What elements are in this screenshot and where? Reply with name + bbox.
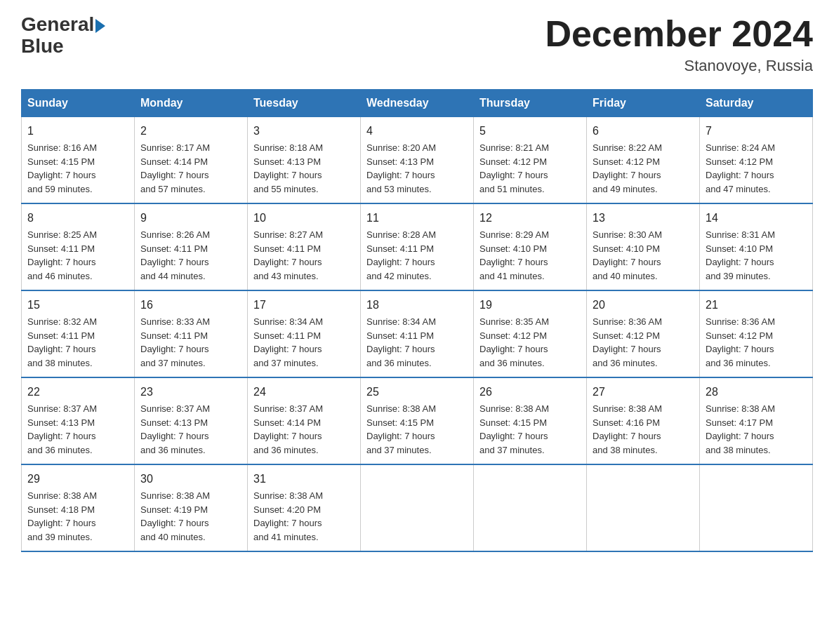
day-info-line: Sunset: 4:12 PM xyxy=(479,329,581,343)
day-info-line: Sunrise: 8:31 AM xyxy=(706,228,807,242)
day-number: 14 xyxy=(706,210,807,227)
day-number: 21 xyxy=(706,297,807,314)
day-info-line: and 41 minutes. xyxy=(253,530,355,544)
day-info-line: Sunset: 4:15 PM xyxy=(479,416,581,430)
day-info-line: Sunset: 4:11 PM xyxy=(253,329,355,343)
day-number: 29 xyxy=(27,471,128,488)
day-number: 19 xyxy=(479,297,581,314)
day-number: 1 xyxy=(27,123,128,140)
day-info-line: and 41 minutes. xyxy=(479,269,581,283)
day-info-line: and 36 minutes. xyxy=(479,356,581,370)
day-info-line: Sunset: 4:10 PM xyxy=(706,242,807,256)
day-info-line: Daylight: 7 hours xyxy=(479,255,581,269)
day-info-line: Sunrise: 8:24 AM xyxy=(706,141,807,155)
day-info-line: and 51 minutes. xyxy=(479,182,581,196)
day-info-line: Sunrise: 8:17 AM xyxy=(140,141,241,155)
table-row: 15Sunrise: 8:32 AMSunset: 4:11 PMDayligh… xyxy=(22,290,135,377)
day-info-line: Sunset: 4:11 PM xyxy=(140,329,241,343)
table-row: 10Sunrise: 8:27 AMSunset: 4:11 PMDayligh… xyxy=(248,203,361,290)
day-info-line: Sunrise: 8:34 AM xyxy=(366,315,468,329)
day-info-line: Sunset: 4:13 PM xyxy=(27,416,128,430)
col-wednesday: Wednesday xyxy=(361,90,474,117)
col-sunday: Sunday xyxy=(22,90,135,117)
day-info-line: Sunrise: 8:26 AM xyxy=(140,228,241,242)
table-row: 12Sunrise: 8:29 AMSunset: 4:10 PMDayligh… xyxy=(474,203,587,290)
day-info-line: Daylight: 7 hours xyxy=(140,516,241,530)
day-info-line: and 37 minutes. xyxy=(479,443,581,457)
day-info-line: Sunset: 4:13 PM xyxy=(253,155,355,169)
day-info-line: Daylight: 7 hours xyxy=(706,168,807,182)
day-info-line: Sunrise: 8:37 AM xyxy=(140,402,241,416)
day-info-line: Sunrise: 8:32 AM xyxy=(27,315,128,329)
day-info-line: Daylight: 7 hours xyxy=(27,255,128,269)
day-info-line: Daylight: 7 hours xyxy=(479,342,581,356)
calendar-title: December 2024 xyxy=(545,14,813,54)
day-info-line: and 37 minutes. xyxy=(253,356,355,370)
table-row: 7Sunrise: 8:24 AMSunset: 4:12 PMDaylight… xyxy=(700,117,813,204)
table-row: 23Sunrise: 8:37 AMSunset: 4:13 PMDayligh… xyxy=(135,377,248,464)
table-row: 3Sunrise: 8:18 AMSunset: 4:13 PMDaylight… xyxy=(248,117,361,204)
day-info-line: Sunset: 4:13 PM xyxy=(140,416,241,430)
day-info-line: Sunset: 4:17 PM xyxy=(706,416,807,430)
day-number: 28 xyxy=(706,384,807,401)
day-info-line: Daylight: 7 hours xyxy=(479,429,581,443)
day-info-line: Sunset: 4:12 PM xyxy=(593,155,694,169)
day-info-line: Daylight: 7 hours xyxy=(140,168,241,182)
day-info-line: Sunset: 4:20 PM xyxy=(253,503,355,517)
day-info-line: Daylight: 7 hours xyxy=(27,168,128,182)
day-info-line: Sunset: 4:16 PM xyxy=(593,416,694,430)
day-info-line: Sunrise: 8:37 AM xyxy=(27,402,128,416)
day-info-line: and 38 minutes. xyxy=(27,356,128,370)
day-info-line: Sunset: 4:11 PM xyxy=(253,242,355,256)
day-number: 30 xyxy=(140,471,241,488)
calendar-week-row: 1Sunrise: 8:16 AMSunset: 4:15 PMDaylight… xyxy=(22,117,813,204)
day-info-line: Sunrise: 8:21 AM xyxy=(479,141,581,155)
calendar-subtitle: Stanovoye, Russia xyxy=(545,57,813,75)
day-info-line: Daylight: 7 hours xyxy=(593,255,694,269)
day-info-line: Daylight: 7 hours xyxy=(479,168,581,182)
day-info-line: Sunset: 4:12 PM xyxy=(706,329,807,343)
calendar-week-row: 29Sunrise: 8:38 AMSunset: 4:18 PMDayligh… xyxy=(22,464,813,551)
day-info-line: Sunrise: 8:33 AM xyxy=(140,315,241,329)
day-number: 18 xyxy=(366,297,468,314)
day-number: 23 xyxy=(140,384,241,401)
day-info-line: and 36 minutes. xyxy=(27,443,128,457)
day-number: 31 xyxy=(253,471,355,488)
day-info-line: Sunrise: 8:38 AM xyxy=(27,489,128,503)
day-info-line: and 42 minutes. xyxy=(366,269,468,283)
table-row: 4Sunrise: 8:20 AMSunset: 4:13 PMDaylight… xyxy=(361,117,474,204)
day-number: 13 xyxy=(593,210,694,227)
table-row: 17Sunrise: 8:34 AMSunset: 4:11 PMDayligh… xyxy=(248,290,361,377)
title-block: December 2024 Stanovoye, Russia xyxy=(545,14,813,75)
day-info-line: and 39 minutes. xyxy=(27,530,128,544)
table-row: 22Sunrise: 8:37 AMSunset: 4:13 PMDayligh… xyxy=(22,377,135,464)
day-info-line: Daylight: 7 hours xyxy=(140,429,241,443)
day-info-line: Sunrise: 8:29 AM xyxy=(479,228,581,242)
day-info-line: and 37 minutes. xyxy=(366,443,468,457)
table-row: 14Sunrise: 8:31 AMSunset: 4:10 PMDayligh… xyxy=(700,203,813,290)
day-info-line: and 36 minutes. xyxy=(366,356,468,370)
day-number: 22 xyxy=(27,384,128,401)
day-info-line: and 40 minutes. xyxy=(593,269,694,283)
day-number: 4 xyxy=(366,123,468,140)
calendar-body: 1Sunrise: 8:16 AMSunset: 4:15 PMDaylight… xyxy=(22,117,813,552)
day-number: 15 xyxy=(27,297,128,314)
day-info-line: and 36 minutes. xyxy=(253,443,355,457)
day-info-line: Daylight: 7 hours xyxy=(253,429,355,443)
day-info-line: Sunset: 4:11 PM xyxy=(366,242,468,256)
day-number: 26 xyxy=(479,384,581,401)
day-info-line: and 59 minutes. xyxy=(27,182,128,196)
day-number: 27 xyxy=(593,384,694,401)
day-info-line: Daylight: 7 hours xyxy=(27,429,128,443)
day-info-line: and 37 minutes. xyxy=(140,356,241,370)
table-row: 9Sunrise: 8:26 AMSunset: 4:11 PMDaylight… xyxy=(135,203,248,290)
day-info-line: Sunset: 4:14 PM xyxy=(253,416,355,430)
table-row: 18Sunrise: 8:34 AMSunset: 4:11 PMDayligh… xyxy=(361,290,474,377)
day-number: 11 xyxy=(366,210,468,227)
day-info-line: Sunset: 4:13 PM xyxy=(366,155,468,169)
day-info-line: Sunrise: 8:36 AM xyxy=(706,315,807,329)
table-row: 31Sunrise: 8:38 AMSunset: 4:20 PMDayligh… xyxy=(248,464,361,551)
day-info-line: Daylight: 7 hours xyxy=(366,168,468,182)
day-number: 25 xyxy=(366,384,468,401)
col-monday: Monday xyxy=(135,90,248,117)
